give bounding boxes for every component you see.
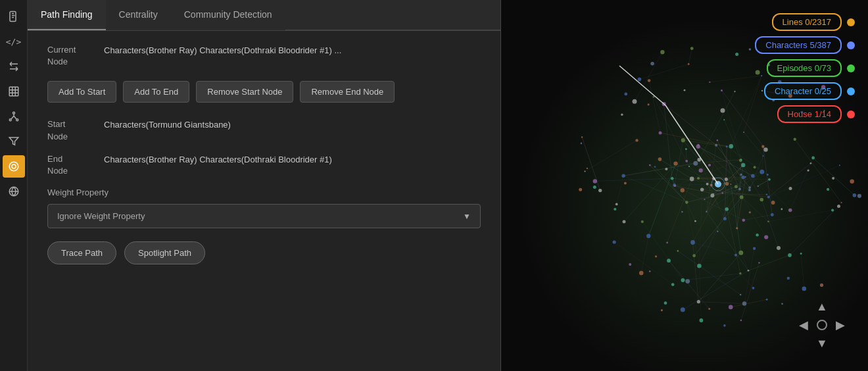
svg-point-284 — [646, 234, 650, 238]
svg-point-176 — [827, 188, 829, 191]
legend-characters[interactable]: Characters 5/387 — [755, 36, 855, 54]
tab-centrality[interactable]: Centrality — [106, 0, 171, 30]
weight-select[interactable]: Ignore Weight Property ▼ — [47, 204, 481, 228]
current-node-value: Characters(Brother Ray) Characters(Dothr… — [104, 44, 481, 55]
svg-point-241 — [721, 109, 725, 113]
svg-point-222 — [729, 305, 733, 310]
svg-point-276 — [649, 270, 651, 272]
svg-point-219 — [723, 217, 727, 220]
svg-point-177 — [756, 234, 759, 237]
episodes-dot — [847, 64, 855, 72]
nav-up-button[interactable]: ▲ — [816, 301, 828, 312]
svg-point-295 — [639, 271, 644, 276]
code-icon[interactable]: </> — [3, 30, 25, 53]
svg-point-306 — [721, 89, 723, 91]
character-badge[interactable]: Character 0/25 — [764, 82, 842, 100]
path-icon[interactable] — [3, 155, 25, 178]
svg-point-165 — [688, 166, 690, 167]
svg-point-159 — [802, 287, 807, 291]
svg-point-138 — [648, 103, 650, 105]
svg-point-228 — [584, 170, 585, 172]
svg-point-224 — [692, 254, 696, 257]
legend-episodes[interactable]: Episodes 0/73 — [755, 59, 855, 77]
legend-house[interactable]: House 1/14 — [755, 105, 855, 123]
add-to-start-button[interactable]: Add To Start — [47, 81, 116, 103]
svg-point-287 — [671, 177, 674, 180]
svg-point-308 — [697, 144, 699, 146]
svg-point-253 — [725, 178, 728, 181]
svg-point-231 — [613, 240, 616, 243]
chevron-down-icon: ▼ — [463, 212, 471, 221]
transfer-icon[interactable] — [3, 55, 25, 78]
start-node-row: StartNode Characters(Tormund Giantsbane) — [47, 118, 481, 142]
svg-point-257 — [650, 62, 654, 66]
nav-left-button[interactable]: ◀ — [799, 319, 808, 331]
tab-path-finding[interactable]: Path Finding — [28, 0, 106, 30]
svg-point-302 — [752, 287, 755, 289]
svg-point-175 — [820, 284, 823, 287]
svg-point-313 — [743, 132, 744, 133]
remove-end-node-button[interactable]: Remove End Node — [300, 81, 395, 103]
svg-point-247 — [839, 164, 840, 166]
svg-point-203 — [832, 177, 834, 180]
legend-lines[interactable]: Lines 0/2317 — [755, 13, 855, 31]
svg-point-296 — [629, 263, 631, 266]
svg-point-156 — [621, 114, 623, 116]
filter-icon[interactable] — [3, 130, 25, 153]
lines-badge[interactable]: Lines 0/2317 — [772, 13, 842, 31]
svg-point-147 — [742, 218, 746, 222]
svg-point-292 — [810, 162, 812, 164]
network-icon[interactable] — [3, 105, 25, 128]
svg-point-215 — [748, 189, 751, 191]
svg-point-136 — [700, 318, 704, 322]
globe-icon[interactable] — [3, 180, 25, 203]
svg-point-214 — [745, 176, 746, 178]
file-icon[interactable] — [3, 5, 25, 28]
nav-down-button[interactable]: ▼ — [816, 337, 828, 349]
legend-character[interactable]: Character 0/25 — [755, 82, 855, 100]
svg-point-206 — [706, 211, 707, 212]
svg-point-301 — [735, 254, 737, 257]
svg-point-230 — [593, 179, 597, 183]
svg-point-305 — [761, 145, 764, 148]
svg-point-145 — [771, 213, 774, 216]
svg-point-248 — [685, 279, 690, 284]
svg-point-152 — [660, 50, 664, 54]
svg-point-270 — [615, 203, 618, 206]
legend: Lines 0/2317 Characters 5/387 Episodes 0… — [755, 13, 855, 123]
svg-point-6 — [9, 162, 18, 171]
graph-area[interactable]: Lines 0/2317 Characters 5/387 Episodes 0… — [501, 0, 868, 371]
character-dot — [847, 87, 855, 95]
svg-point-298 — [726, 145, 728, 147]
episodes-badge[interactable]: Episodes 0/73 — [767, 59, 842, 77]
svg-point-143 — [760, 170, 764, 174]
svg-point-144 — [700, 188, 704, 191]
svg-point-5 — [12, 164, 16, 168]
action-buttons-row: Add To Start Add To End Remove Start Nod… — [47, 81, 481, 103]
svg-point-240 — [579, 188, 582, 191]
svg-point-191 — [766, 194, 768, 196]
spotlight-path-button[interactable]: Spotlight Path — [124, 241, 205, 264]
svg-point-239 — [837, 205, 840, 208]
table-icon[interactable] — [3, 80, 25, 103]
svg-point-160 — [742, 301, 746, 305]
house-badge[interactable]: House 1/14 — [777, 105, 842, 123]
svg-point-157 — [763, 147, 767, 151]
tab-community-detection[interactable]: Community Detection — [171, 0, 285, 30]
svg-point-291 — [688, 63, 690, 65]
svg-point-179 — [734, 91, 735, 92]
nav-right-button[interactable]: ▶ — [836, 319, 845, 331]
svg-point-173 — [767, 221, 769, 223]
add-to-end-button[interactable]: Add To End — [123, 81, 189, 103]
svg-point-200 — [740, 320, 742, 322]
svg-point-149 — [787, 277, 790, 280]
remove-start-node-button[interactable]: Remove Start Node — [196, 81, 293, 103]
svg-point-213 — [598, 189, 602, 192]
weight-select-wrapper[interactable]: Ignore Weight Property ▼ — [47, 204, 481, 228]
svg-point-187 — [709, 82, 710, 83]
characters-badge[interactable]: Characters 5/387 — [755, 36, 842, 54]
svg-point-300 — [723, 119, 725, 120]
trace-path-button[interactable]: Trace Path — [47, 241, 116, 264]
svg-point-134 — [685, 148, 687, 150]
svg-point-304 — [800, 253, 802, 255]
